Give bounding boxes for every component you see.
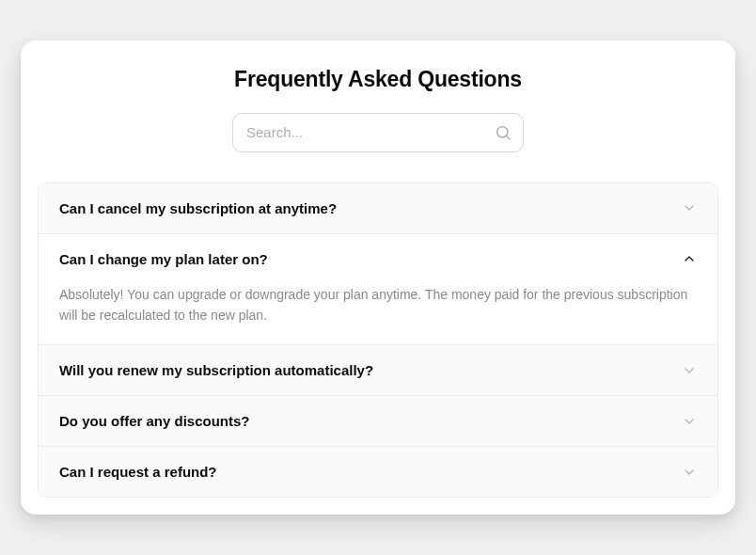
- faq-toggle-discounts[interactable]: Do you offer any discounts?: [39, 396, 717, 446]
- faq-list: Can I cancel my subscription at anytime?…: [38, 182, 718, 499]
- chevron-down-icon: [682, 414, 697, 429]
- chevron-up-icon: [682, 251, 697, 266]
- faq-question: Can I cancel my subscription at anytime?: [59, 200, 337, 216]
- search-input[interactable]: [246, 124, 495, 140]
- faq-toggle-renew-automatically[interactable]: Will you renew my subscription automatic…: [39, 345, 717, 395]
- svg-line-1: [506, 135, 509, 138]
- chevron-down-icon: [682, 200, 697, 215]
- faq-question: Can I change my plan later on?: [59, 251, 268, 267]
- faq-item-change-plan: Can I change my plan later on? Absolutel…: [39, 234, 717, 346]
- faq-question: Can I request a refund?: [59, 464, 217, 480]
- search-box[interactable]: [232, 113, 524, 152]
- faq-toggle-refund[interactable]: Can I request a refund?: [39, 447, 717, 497]
- page-title: Frequently Asked Questions: [21, 67, 735, 92]
- faq-toggle-change-plan[interactable]: Can I change my plan later on?: [39, 234, 717, 284]
- faq-answer: Absolutely! You can upgrade or downgrade…: [39, 284, 717, 345]
- faq-card: Frequently Asked Questions Can I cancel …: [21, 40, 735, 515]
- faq-item-renew-automatically: Will you renew my subscription automatic…: [39, 345, 717, 396]
- faq-question: Do you offer any discounts?: [59, 413, 250, 429]
- faq-question: Will you renew my subscription automatic…: [59, 362, 373, 378]
- faq-toggle-cancel-subscription[interactable]: Can I cancel my subscription at anytime?: [39, 183, 717, 233]
- chevron-down-icon: [682, 465, 697, 480]
- search-container: [21, 113, 735, 152]
- faq-item-cancel-subscription: Can I cancel my subscription at anytime?: [39, 183, 717, 234]
- search-icon: [495, 124, 512, 141]
- chevron-down-icon: [682, 363, 697, 378]
- faq-item-refund: Can I request a refund?: [39, 447, 717, 497]
- faq-item-discounts: Do you offer any discounts?: [39, 396, 717, 447]
